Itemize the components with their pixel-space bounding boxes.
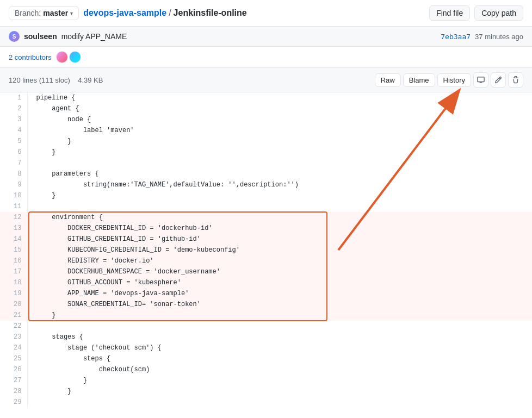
code-wrapper: 1pipeline {2 agent {3 node {4 label 'mav… (0, 92, 532, 408)
table-row: 9 string(name:'TAG_NAME',defaultValue: '… (0, 179, 532, 190)
line-code: DOCKER_CREDENTIAL_ID = 'dockerhub-id' (27, 223, 532, 234)
branch-label: Branch: (15, 9, 41, 17)
file-toolbar: 120 lines (111 sloc) 4.39 KB Raw Blame H… (0, 68, 532, 92)
repo-link[interactable]: devops-java-sample (83, 8, 166, 18)
contributors-bar: 2 contributors (0, 47, 532, 68)
line-number: 3 (0, 114, 27, 125)
line-number: 14 (0, 234, 27, 245)
line-code: } (27, 136, 532, 147)
line-code: GITHUB_ACCOUNT = 'kubesphere' (27, 277, 532, 288)
find-file-button[interactable]: Find file (429, 5, 470, 21)
table-row: 10 } (0, 190, 532, 201)
svg-rect-0 (478, 77, 484, 82)
contributors-link[interactable]: 2 contributors (9, 53, 52, 61)
commit-time: 37 minutes ago (475, 33, 523, 41)
file-size: 4.39 KB (78, 76, 103, 84)
blame-button[interactable]: Blame (403, 73, 435, 87)
table-row: 27 } (0, 375, 532, 386)
file-actions: Raw Blame History (375, 72, 523, 88)
table-row: 13 DOCKER_CREDENTIAL_ID = 'dockerhub-id' (0, 223, 532, 234)
contributor-avatar-1 (56, 51, 68, 63)
table-row: 28 } (0, 386, 532, 397)
line-number: 20 (0, 299, 27, 310)
commit-hash[interactable]: 7eb3aa7 (441, 33, 471, 41)
table-row: 7 (0, 158, 532, 169)
commit-username[interactable]: soulseen (24, 32, 57, 41)
table-row: 16 REDISTRY = 'docker.io' (0, 255, 532, 266)
line-number: 26 (0, 364, 27, 375)
table-row: 12 environment { (0, 212, 532, 223)
line-code: label 'maven' (27, 125, 532, 136)
line-code: node { (27, 114, 532, 125)
line-number: 10 (0, 190, 27, 201)
line-number: 19 (0, 288, 27, 299)
line-code: GITHUB_CREDENTIAL_ID = 'github-id' (27, 234, 532, 245)
history-button[interactable]: History (437, 73, 471, 87)
file-meta: 120 lines (111 sloc) 4.39 KB (9, 76, 103, 84)
table-row: 17 DOCKERHUB_NAMESPACE = 'docker_usernam… (0, 266, 532, 277)
table-row: 3 node { (0, 114, 532, 125)
line-number: 11 (0, 201, 27, 212)
branch-name: master (43, 9, 68, 17)
table-row: 22 (0, 321, 532, 332)
line-number: 15 (0, 245, 27, 255)
line-code (27, 158, 532, 169)
line-number: 9 (0, 179, 27, 190)
line-number: 12 (0, 212, 27, 223)
breadcrumb: devops-java-sample / Jenkinsfile-online (83, 8, 247, 18)
table-row: 8 parameters { (0, 169, 532, 179)
line-number: 17 (0, 266, 27, 277)
line-number: 8 (0, 169, 27, 179)
contributor-avatars (56, 51, 81, 63)
table-row: 4 label 'maven' (0, 125, 532, 136)
line-code: pipeline { (27, 92, 532, 103)
line-number: 6 (0, 147, 27, 158)
file-lines: 120 lines (111 sloc) (9, 76, 70, 84)
table-row: 1pipeline { (0, 92, 532, 103)
line-code: string(name:'TAG_NAME',defaultValue: '',… (27, 179, 532, 190)
commit-left: S soulseen modify APP_NAME (9, 31, 127, 42)
table-row: 15 KUBECONFIG_CREDENTIAL_ID = 'demo-kube… (0, 245, 532, 255)
breadcrumb-filename: Jenkinsfile-online (174, 8, 247, 18)
line-number: 5 (0, 136, 27, 147)
table-row: 2 agent { (0, 103, 532, 114)
line-code: } (27, 375, 532, 386)
line-number: 28 (0, 386, 27, 397)
table-row: 11 (0, 201, 532, 212)
raw-button[interactable]: Raw (375, 73, 401, 87)
top-bar-right: Find file Copy path (429, 5, 523, 21)
line-code: APP_NAME = 'devops-java-sample' (27, 288, 532, 299)
line-code (27, 397, 532, 408)
line-code: } (27, 190, 532, 201)
line-code: DOCKERHUB_NAMESPACE = 'docker_username' (27, 266, 532, 277)
table-row: 24 stage ('checkout scm') { (0, 342, 532, 353)
line-code (27, 201, 532, 212)
contributor-avatar-2 (69, 51, 81, 63)
delete-icon-button[interactable] (508, 72, 523, 88)
line-code: agent { (27, 103, 532, 114)
breadcrumb-separator: / (169, 8, 171, 18)
line-code: } (27, 147, 532, 158)
commit-message: modify APP_NAME (61, 32, 127, 41)
line-number: 4 (0, 125, 27, 136)
table-row: 14 GITHUB_CREDENTIAL_ID = 'github-id' (0, 234, 532, 245)
table-row: 21 } (0, 310, 532, 321)
table-row: 19 APP_NAME = 'devops-java-sample' (0, 288, 532, 299)
edit-icon-button[interactable] (491, 72, 506, 88)
line-number: 7 (0, 158, 27, 169)
table-row: 5 } (0, 136, 532, 147)
branch-selector[interactable]: Branch: master ▾ (9, 6, 79, 20)
copy-path-button[interactable]: Copy path (474, 5, 523, 21)
line-code: KUBECONFIG_CREDENTIAL_ID = 'demo-kubecon… (27, 245, 532, 255)
avatar: S (9, 31, 20, 42)
line-code: } (27, 310, 532, 321)
line-number: 24 (0, 342, 27, 353)
line-number: 1 (0, 92, 27, 103)
top-bar: Branch: master ▾ devops-java-sample / Je… (0, 0, 532, 27)
line-number: 25 (0, 353, 27, 364)
line-number: 13 (0, 223, 27, 234)
line-number: 18 (0, 277, 27, 288)
table-row: 20 SONAR_CREDENTIAL_ID= 'sonar-token' (0, 299, 532, 310)
line-code: stage ('checkout scm') { (27, 342, 532, 353)
display-icon-button[interactable] (473, 72, 488, 88)
